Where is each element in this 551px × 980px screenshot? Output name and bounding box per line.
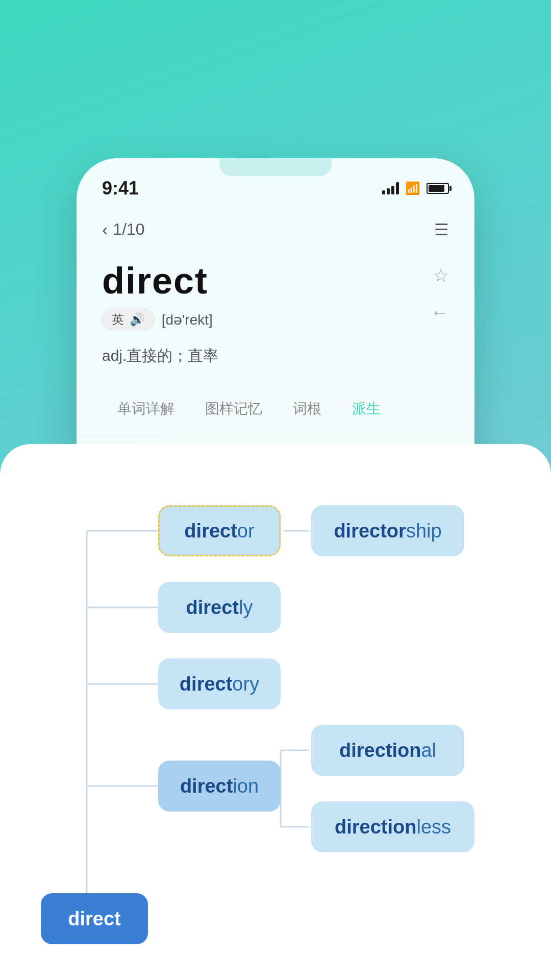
node-direct[interactable]: direct — [41, 893, 148, 944]
word-definition: adj.直接的；直率 — [77, 340, 474, 382]
star-icon[interactable]: ☆ — [433, 265, 449, 286]
tab-word-detail[interactable]: 单词详解 — [102, 392, 190, 426]
node-directorship[interactable]: directorship — [311, 505, 464, 556]
node-direction[interactable]: direction — [158, 761, 281, 812]
phonetic-text: [də'rekt] — [162, 311, 213, 328]
back-chevron-icon[interactable]: ‹ — [102, 219, 108, 239]
filter-icon[interactable]: ☰ — [434, 220, 449, 239]
battery-icon — [427, 183, 449, 194]
node-directorship-text: directorship — [334, 520, 441, 542]
speaker-icon[interactable]: 🔊 — [130, 312, 145, 326]
node-direct-text: direct — [68, 908, 120, 930]
tabs-bar: 单词详解 图样记忆 词根 派生 — [77, 382, 474, 436]
status-icons: 📶 — [382, 181, 449, 195]
tab-root[interactable]: 词根 — [278, 392, 337, 426]
arrow-back-icon[interactable]: ← — [431, 302, 449, 323]
phone-time: 9:41 — [102, 178, 139, 199]
word-action-icons: ☆ ← — [431, 260, 449, 323]
nav-progress: 1/10 — [113, 220, 144, 239]
word-section: direct 英 🔊 [də'rekt] ☆ ← — [77, 250, 474, 340]
node-directionless-text: directionless — [335, 816, 451, 838]
node-directory[interactable]: directory — [158, 658, 281, 709]
node-directionless[interactable]: directionless — [311, 801, 474, 852]
tab-image-memory[interactable]: 图样记忆 — [190, 392, 278, 426]
signal-icon — [382, 182, 399, 194]
node-directly-text: directly — [186, 597, 253, 619]
language-badge[interactable]: 英 🔊 — [102, 309, 155, 330]
node-directly[interactable]: directly — [158, 582, 281, 633]
tree-diagram: direct director directorship directly di… — [26, 475, 525, 960]
node-directional[interactable]: directional — [311, 725, 464, 776]
node-director-text: director — [184, 520, 254, 542]
wifi-icon: 📶 — [405, 181, 420, 195]
node-directory-text: directory — [180, 673, 259, 695]
node-direction-text: direction — [180, 775, 259, 797]
tab-derivation[interactable]: 派生 — [337, 392, 396, 426]
word-phonetic: 英 🔊 [də'rekt] — [102, 309, 213, 330]
node-directional-text: directional — [339, 740, 436, 762]
word-title: direct — [102, 260, 213, 302]
node-director[interactable]: director — [158, 505, 281, 556]
phone-notch — [219, 158, 332, 176]
nav-bar: ‹ 1/10 ☰ — [77, 209, 474, 250]
word-tree-card: direct director directorship directly di… — [0, 444, 551, 980]
